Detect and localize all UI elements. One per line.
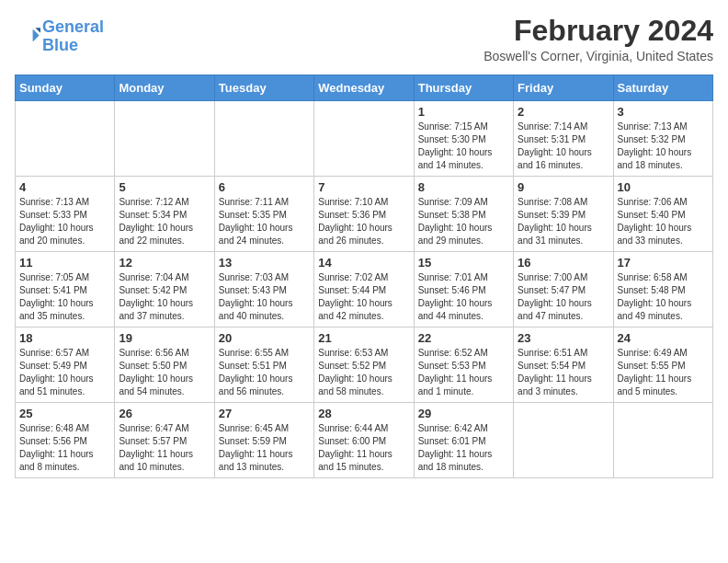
day-number: 28 (318, 407, 409, 420)
day-cell: 19Sunrise: 6:56 AMSunset: 5:50 PMDayligh… (115, 327, 214, 403)
week-row-4: 18Sunrise: 6:57 AMSunset: 5:49 PMDayligh… (16, 327, 713, 403)
day-cell: 1Sunrise: 7:15 AMSunset: 5:30 PMDaylight… (414, 101, 513, 177)
day-cell (314, 101, 414, 177)
day-info: Sunrise: 6:48 AMSunset: 5:56 PMDaylight:… (19, 422, 110, 474)
day-number: 20 (219, 331, 310, 345)
day-number: 13 (219, 256, 310, 270)
day-cell: 12Sunrise: 7:04 AMSunset: 5:42 PMDayligh… (115, 252, 214, 327)
day-number: 23 (518, 331, 609, 345)
logo: General Blue (15, 18, 104, 55)
day-number: 7 (318, 180, 409, 194)
day-number: 5 (119, 180, 210, 194)
day-cell: 10Sunrise: 7:06 AMSunset: 5:40 PMDayligh… (613, 177, 712, 252)
day-cell (514, 403, 613, 478)
day-cell: 11Sunrise: 7:05 AMSunset: 5:41 PMDayligh… (16, 252, 115, 327)
day-number: 27 (219, 407, 310, 420)
page-header: General Blue February 2024 Boswell's Cor… (15, 15, 713, 63)
day-cell: 23Sunrise: 6:51 AMSunset: 5:54 PMDayligh… (514, 327, 613, 403)
day-number: 22 (418, 331, 509, 345)
calendar-body: 1Sunrise: 7:15 AMSunset: 5:30 PMDaylight… (16, 101, 713, 478)
day-info: Sunrise: 7:11 AMSunset: 5:35 PMDaylight:… (219, 196, 310, 247)
day-number: 15 (418, 256, 509, 270)
day-number: 29 (418, 407, 509, 420)
day-info: Sunrise: 6:58 AMSunset: 5:48 PMDaylight:… (618, 271, 709, 323)
week-row-2: 4Sunrise: 7:13 AMSunset: 5:33 PMDaylight… (16, 177, 713, 252)
day-cell (115, 101, 214, 177)
day-number: 1 (418, 105, 509, 119)
subtitle: Boswell's Corner, Virginia, United State… (483, 49, 713, 63)
day-info: Sunrise: 7:04 AMSunset: 5:42 PMDaylight:… (119, 271, 210, 323)
day-cell: 26Sunrise: 6:47 AMSunset: 5:57 PMDayligh… (115, 403, 214, 478)
day-info: Sunrise: 6:51 AMSunset: 5:54 PMDaylight:… (518, 347, 609, 398)
day-info: Sunrise: 6:52 AMSunset: 5:53 PMDaylight:… (418, 347, 509, 398)
day-info: Sunrise: 6:53 AMSunset: 5:52 PMDaylight:… (318, 347, 409, 398)
day-number: 19 (119, 331, 210, 345)
calendar-table: SundayMondayTuesdayWednesdayThursdayFrid… (15, 75, 713, 478)
day-cell: 21Sunrise: 6:53 AMSunset: 5:52 PMDayligh… (314, 327, 414, 403)
day-info: Sunrise: 7:01 AMSunset: 5:46 PMDaylight:… (418, 271, 509, 323)
logo-icon (15, 24, 40, 50)
day-number: 9 (518, 180, 609, 194)
day-number: 16 (518, 256, 609, 270)
main-title: February 2024 (483, 15, 713, 47)
week-row-3: 11Sunrise: 7:05 AMSunset: 5:41 PMDayligh… (16, 252, 713, 327)
day-number: 12 (119, 256, 210, 270)
title-block: February 2024 Boswell's Corner, Virginia… (483, 15, 713, 63)
header-cell-monday: Monday (115, 75, 214, 101)
day-cell: 18Sunrise: 6:57 AMSunset: 5:49 PMDayligh… (16, 327, 115, 403)
header-cell-thursday: Thursday (414, 75, 513, 101)
day-cell: 29Sunrise: 6:42 AMSunset: 6:01 PMDayligh… (414, 403, 513, 478)
day-info: Sunrise: 6:42 AMSunset: 6:01 PMDaylight:… (418, 422, 509, 474)
day-cell: 13Sunrise: 7:03 AMSunset: 5:43 PMDayligh… (214, 252, 313, 327)
day-info: Sunrise: 7:13 AMSunset: 5:33 PMDaylight:… (19, 196, 110, 247)
day-info: Sunrise: 7:06 AMSunset: 5:40 PMDaylight:… (618, 196, 709, 247)
day-number: 18 (19, 331, 110, 345)
day-info: Sunrise: 7:12 AMSunset: 5:34 PMDaylight:… (119, 196, 210, 247)
day-info: Sunrise: 7:08 AMSunset: 5:39 PMDaylight:… (518, 196, 609, 247)
day-info: Sunrise: 7:03 AMSunset: 5:43 PMDaylight:… (219, 271, 310, 323)
day-cell (16, 101, 115, 177)
day-number: 4 (19, 180, 110, 194)
day-cell: 14Sunrise: 7:02 AMSunset: 5:44 PMDayligh… (314, 252, 414, 327)
day-number: 25 (19, 407, 110, 420)
header-cell-friday: Friday (514, 75, 613, 101)
day-cell: 3Sunrise: 7:13 AMSunset: 5:32 PMDaylight… (613, 101, 712, 177)
day-cell: 16Sunrise: 7:00 AMSunset: 5:47 PMDayligh… (514, 252, 613, 327)
calendar-header: SundayMondayTuesdayWednesdayThursdayFrid… (16, 75, 713, 101)
day-cell: 17Sunrise: 6:58 AMSunset: 5:48 PMDayligh… (613, 252, 712, 327)
day-number: 17 (618, 256, 709, 270)
day-cell (214, 101, 313, 177)
day-cell: 28Sunrise: 6:44 AMSunset: 6:00 PMDayligh… (314, 403, 414, 478)
day-cell: 9Sunrise: 7:08 AMSunset: 5:39 PMDaylight… (514, 177, 613, 252)
header-cell-sunday: Sunday (16, 75, 115, 101)
day-cell (613, 403, 712, 478)
header-cell-tuesday: Tuesday (214, 75, 313, 101)
day-info: Sunrise: 6:44 AMSunset: 6:00 PMDaylight:… (318, 422, 409, 474)
day-info: Sunrise: 6:47 AMSunset: 5:57 PMDaylight:… (119, 422, 210, 474)
day-cell: 6Sunrise: 7:11 AMSunset: 5:35 PMDaylight… (214, 177, 313, 252)
day-number: 3 (618, 105, 709, 119)
day-cell: 20Sunrise: 6:55 AMSunset: 5:51 PMDayligh… (214, 327, 313, 403)
day-number: 2 (518, 105, 609, 119)
logo-text: General Blue (42, 18, 104, 55)
day-cell: 24Sunrise: 6:49 AMSunset: 5:55 PMDayligh… (613, 327, 712, 403)
day-info: Sunrise: 6:56 AMSunset: 5:50 PMDaylight:… (119, 347, 210, 398)
day-number: 6 (219, 180, 310, 194)
day-info: Sunrise: 6:57 AMSunset: 5:49 PMDaylight:… (19, 347, 110, 398)
week-row-1: 1Sunrise: 7:15 AMSunset: 5:30 PMDaylight… (16, 101, 713, 177)
day-info: Sunrise: 7:14 AMSunset: 5:31 PMDaylight:… (518, 121, 609, 172)
day-info: Sunrise: 7:10 AMSunset: 5:36 PMDaylight:… (318, 196, 409, 247)
day-number: 14 (318, 256, 409, 270)
day-info: Sunrise: 7:13 AMSunset: 5:32 PMDaylight:… (618, 121, 709, 172)
day-cell: 7Sunrise: 7:10 AMSunset: 5:36 PMDaylight… (314, 177, 414, 252)
day-number: 11 (19, 256, 110, 270)
day-cell: 8Sunrise: 7:09 AMSunset: 5:38 PMDaylight… (414, 177, 513, 252)
day-info: Sunrise: 7:09 AMSunset: 5:38 PMDaylight:… (418, 196, 509, 247)
day-number: 10 (618, 180, 709, 194)
day-number: 8 (418, 180, 509, 194)
header-cell-saturday: Saturday (613, 75, 712, 101)
day-number: 21 (318, 331, 409, 345)
day-cell: 15Sunrise: 7:01 AMSunset: 5:46 PMDayligh… (414, 252, 513, 327)
day-info: Sunrise: 7:15 AMSunset: 5:30 PMDaylight:… (418, 121, 509, 172)
day-info: Sunrise: 6:49 AMSunset: 5:55 PMDaylight:… (618, 347, 709, 398)
